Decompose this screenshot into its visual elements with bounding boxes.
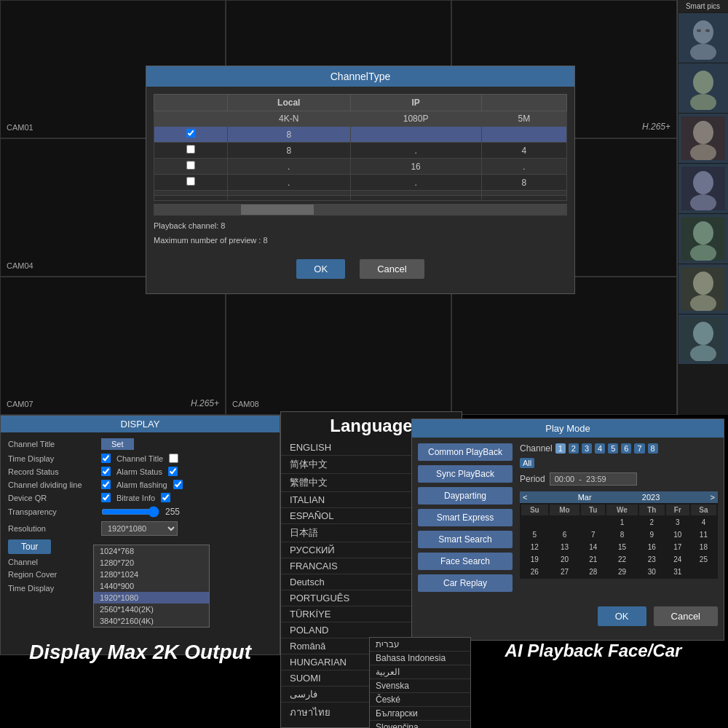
cancel-button[interactable]: Cancel <box>360 259 424 279</box>
cal-day[interactable] <box>521 517 548 528</box>
smart-pic-2[interactable] <box>678 63 728 113</box>
cal-day[interactable]: 9 <box>639 529 665 540</box>
smart-search-button[interactable]: Smart Search <box>418 531 513 548</box>
cal-day[interactable] <box>581 517 605 528</box>
cal-day[interactable]: 6 <box>550 529 580 540</box>
cal-day[interactable]: 25 <box>691 554 716 565</box>
res-option-4[interactable]: 1440*900 <box>94 580 209 592</box>
row1-checkbox[interactable] <box>186 129 195 138</box>
ok-button[interactable]: OK <box>296 259 345 279</box>
dayparting-button[interactable]: Dayparting <box>418 487 513 505</box>
cal-day[interactable] <box>550 517 580 528</box>
channel-title-right-checkbox[interactable] <box>169 454 178 463</box>
lang-swedish[interactable]: Svenska <box>370 679 470 693</box>
sync-playback-button[interactable]: Sync PlayBack <box>418 465 513 483</box>
device-qr-checkbox[interactable] <box>101 493 111 502</box>
res-option-6[interactable]: 2560*1440(2K) <box>94 604 209 615</box>
ch-num-1[interactable]: 1 <box>555 443 566 454</box>
channel-title-set-button[interactable]: Set <box>101 438 134 450</box>
res-option-1[interactable]: 1024*768 <box>94 545 209 557</box>
period-input[interactable] <box>550 472 637 486</box>
res-option-3[interactable]: 1280*1024 <box>94 569 209 580</box>
cal-day[interactable]: 10 <box>666 529 689 540</box>
tour-button[interactable]: Tour <box>8 539 51 554</box>
cal-day[interactable]: 22 <box>606 554 638 565</box>
cal-mo: Mo <box>550 505 580 515</box>
lang-czech[interactable]: České <box>370 693 470 707</box>
cal-day[interactable]: 13 <box>550 542 580 553</box>
car-replay-button[interactable]: Car Replay <box>418 574 513 592</box>
ch-num-3[interactable]: 3 <box>582 443 592 454</box>
lang-bulgarian[interactable]: Български <box>370 707 470 721</box>
smart-pic-7[interactable] <box>678 314 728 364</box>
ch-num-8[interactable]: 8 <box>648 443 658 454</box>
smart-pic-4[interactable] <box>678 164 728 213</box>
cal-day[interactable]: 12 <box>521 542 548 553</box>
ch-all[interactable]: All <box>520 458 534 468</box>
cal-day[interactable]: 3 <box>666 517 689 528</box>
alarm-flashing-checkbox[interactable] <box>173 480 183 489</box>
cal-day[interactable]: 31 <box>666 566 689 577</box>
cal-day[interactable]: 2 <box>639 517 665 528</box>
cal-day[interactable]: 16 <box>639 542 665 553</box>
cal-day[interactable]: 14 <box>581 542 605 553</box>
row4-checkbox[interactable] <box>186 177 195 186</box>
cal-day[interactable]: 1 <box>606 517 638 528</box>
face-search-button[interactable]: Face Search <box>418 553 513 570</box>
cal-day[interactable]: 28 <box>581 566 605 577</box>
bitrate-info-checkbox[interactable] <box>161 493 170 502</box>
cal-day[interactable]: 8 <box>606 529 638 540</box>
ch-num-5[interactable]: 5 <box>608 443 618 454</box>
smart-pic-3[interactable] <box>678 114 728 163</box>
cal-day[interactable]: 18 <box>691 542 716 553</box>
cal-day[interactable]: 20 <box>550 554 580 565</box>
smart-pic-6[interactable] <box>678 264 728 314</box>
cal-day[interactable]: 26 <box>521 566 548 577</box>
cal-day[interactable]: 4 <box>691 517 716 528</box>
play-cancel-button[interactable]: Cancel <box>654 606 718 626</box>
cal-day[interactable]: 29 <box>606 566 638 577</box>
cal-day[interactable]: 7 <box>581 529 605 540</box>
res-option-7[interactable]: 3840*2160(4K) <box>94 615 209 627</box>
row3-checkbox[interactable] <box>186 161 195 170</box>
cal-day[interactable]: 27 <box>550 566 580 577</box>
lang-hebrew[interactable]: עברית <box>370 638 470 652</box>
ch-num-4[interactable]: 4 <box>595 443 605 454</box>
cal-day[interactable]: 23 <box>639 554 665 565</box>
record-status-checkbox[interactable] <box>101 467 111 476</box>
cal-day[interactable]: 11 <box>691 529 716 540</box>
smart-express-button[interactable]: Smart Express <box>418 509 513 526</box>
cal-day[interactable]: 15 <box>606 542 638 553</box>
cal-day[interactable]: 30 <box>639 566 665 577</box>
cal-day[interactable]: 21 <box>581 554 605 565</box>
cal-next-icon[interactable]: > <box>711 493 715 502</box>
channel-title-cb-label: Channel Title <box>116 454 163 463</box>
smart-pic-1[interactable] <box>678 13 728 63</box>
cal-day[interactable]: 17 <box>666 542 689 553</box>
cal-day[interactable]: 5 <box>521 529 548 540</box>
cal-prev-icon[interactable]: < <box>523 493 527 502</box>
cal-day[interactable] <box>691 566 716 577</box>
ch-num-7[interactable]: 7 <box>634 443 644 454</box>
transparency-slider[interactable] <box>101 506 159 518</box>
lang-arabic[interactable]: العربية <box>370 665 470 679</box>
lang-bahasa[interactable]: Bahasa Indonesia <box>370 652 470 665</box>
common-playback-button[interactable]: Common PlayBack <box>418 443 513 461</box>
res-option-5[interactable]: 1920*1080 <box>94 592 209 604</box>
lang-slovak[interactable]: Slovenčina <box>370 721 470 728</box>
cal-day[interactable]: 24 <box>666 554 689 565</box>
cal-day[interactable]: 19 <box>521 554 548 565</box>
play-ok-button[interactable]: OK <box>598 606 646 626</box>
scrollbar[interactable] <box>154 204 567 215</box>
time-display-checkbox[interactable] <box>101 454 111 463</box>
res-option-2[interactable]: 1280*720 <box>94 557 209 569</box>
channel-dividing-checkbox[interactable] <box>101 480 111 489</box>
resolution-select[interactable]: 1920*1080 1024*768 1280*720 1280*1024 14… <box>101 521 178 536</box>
row2-checkbox[interactable] <box>186 145 195 154</box>
cal-month-select[interactable]: Mar <box>578 493 592 502</box>
smart-pic-5[interactable] <box>678 214 728 264</box>
transparency-value: 255 <box>165 507 180 517</box>
ch-num-2[interactable]: 2 <box>569 443 579 454</box>
alarm-status-checkbox[interactable] <box>168 467 178 476</box>
ch-num-6[interactable]: 6 <box>621 443 631 454</box>
